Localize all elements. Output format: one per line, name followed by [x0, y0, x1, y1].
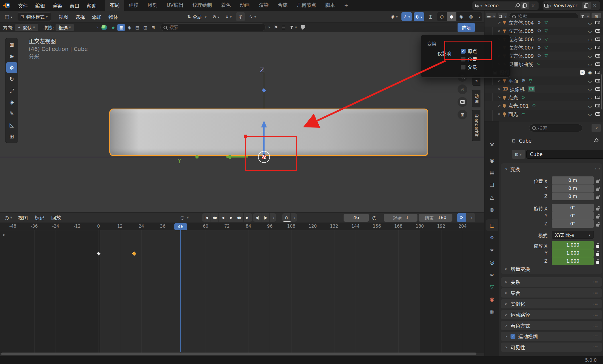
- viewport-menu-0[interactable]: 视图: [55, 12, 72, 22]
- rotate-tool[interactable]: ↻: [6, 74, 17, 84]
- grip-icon[interactable]: ∷∷: [594, 280, 598, 284]
- outliner-item-label[interactable]: 面光: [508, 110, 518, 117]
- transform-value-field[interactable]: 1.000: [552, 249, 594, 257]
- properties-options-button[interactable]: ∨: [592, 124, 601, 132]
- direction-dropdown[interactable]: ⌖ 默认∨: [15, 24, 38, 31]
- rotation-mode-dropdown[interactable]: XYZ 欧拉∨: [552, 231, 594, 239]
- workspace-tab-0[interactable]: 布局: [105, 0, 124, 11]
- outliner-item-label[interactable]: 立方体.007: [509, 44, 534, 51]
- blenderkit-type-icon-1[interactable]: ▦: [117, 24, 125, 31]
- properties-tab-render[interactable]: ◉: [486, 154, 498, 166]
- auto-keying-icon[interactable]: ∩: [282, 213, 291, 222]
- timeline-menu-1[interactable]: 标记: [31, 213, 48, 222]
- proportional-falloff-dropdown[interactable]: ∿∨: [247, 12, 258, 21]
- new-scene-button[interactable]: [521, 2, 529, 9]
- object-name-field[interactable]: [526, 150, 603, 159]
- xray-toggle[interactable]: ◫: [426, 12, 435, 21]
- blenderkit-type-icon-4[interactable]: ◫: [141, 24, 149, 31]
- expand-icon[interactable]: >: [498, 95, 503, 99]
- outliner-item-label[interactable]: 立方体.009: [509, 52, 534, 59]
- properties-tab-physics[interactable]: ◎: [486, 256, 498, 268]
- eye-closed-icon[interactable]: ◡: [588, 78, 592, 83]
- eye-closed-icon[interactable]: ◡: [588, 111, 592, 117]
- playhead-frame-tag[interactable]: 46: [174, 223, 187, 230]
- camera-view-icon[interactable]: [458, 97, 467, 107]
- checkbox-unchecked[interactable]: [461, 65, 466, 70]
- lock-open-icon[interactable]: [596, 187, 599, 192]
- proportional-editing-toggle[interactable]: ◎: [236, 12, 245, 21]
- blenderkit-type-icon-5[interactable]: ⊞: [149, 24, 157, 31]
- section-0[interactable]: >关系∷∷: [501, 277, 602, 287]
- eye-closed-icon[interactable]: ◡: [588, 45, 592, 50]
- render-visibility-icon[interactable]: [595, 21, 600, 24]
- workspace-tab-10[interactable]: 脚本: [321, 0, 340, 11]
- move-tool[interactable]: ↔↕: [6, 62, 17, 73]
- render-visibility-icon[interactable]: [595, 54, 600, 58]
- grip-icon[interactable]: ∷∷: [594, 291, 598, 295]
- outliner-item-label[interactable]: 立方体.004: [509, 19, 534, 26]
- prev-frame-button[interactable]: ◀|: [253, 213, 261, 222]
- transform-value-field[interactable]: 0 m: [552, 192, 594, 200]
- eye-closed-icon[interactable]: ◡: [588, 20, 592, 25]
- properties-tab-tool[interactable]: ⚒: [486, 139, 498, 150]
- section-3[interactable]: >运动路径∷∷: [501, 310, 602, 319]
- workspace-tab-1[interactable]: 建模: [124, 0, 143, 11]
- grip-icon[interactable]: ∷∷: [594, 345, 598, 349]
- properties-tab-constraints[interactable]: ∞: [486, 269, 498, 280]
- section-1[interactable]: >集合∷∷: [501, 288, 602, 298]
- workspace-tab-3[interactable]: UV编辑: [162, 0, 188, 11]
- viewport-menu-2[interactable]: 添加: [88, 12, 105, 22]
- viewport-menu-3[interactable]: 物体: [105, 12, 122, 22]
- playback-sync-dropdown[interactable]: ∨: [466, 213, 475, 222]
- section-delta-transform[interactable]: >增量变换: [501, 264, 602, 274]
- grip-icon[interactable]: ∷∷: [594, 335, 598, 339]
- blenderkit-search-input[interactable]: [169, 25, 263, 30]
- grip-icon[interactable]: ∷∷: [594, 313, 598, 317]
- add-cube-tool[interactable]: ⊞: [6, 131, 17, 142]
- outliner-item-label[interactable]: 摄像机: [510, 85, 525, 93]
- drag-dropdown[interactable]: 框选∨: [56, 24, 74, 31]
- gizmo-z-diamond[interactable]: [262, 88, 266, 93]
- eye-closed-icon[interactable]: ◡: [588, 86, 592, 92]
- current-frame-field[interactable]: 46: [344, 214, 369, 222]
- outliner-item-label[interactable]: 点光: [508, 94, 518, 101]
- scale-tool[interactable]: ⤢: [6, 85, 17, 96]
- blender-logo-icon[interactable]: [3, 2, 10, 9]
- properties-tab-particles[interactable]: ∗: [486, 244, 498, 255]
- prev-keyframe-button[interactable]: ◀◆: [210, 213, 219, 222]
- next-frame-button[interactable]: |▶: [261, 213, 270, 222]
- outliner-scrollbar[interactable]: [601, 74, 602, 109]
- transform-tool[interactable]: ◈: [6, 97, 17, 107]
- play-reverse-button[interactable]: ◀: [219, 213, 227, 222]
- workspace-tab-6[interactable]: 动画: [235, 0, 254, 11]
- shading-material-button[interactable]: ◉: [456, 12, 466, 21]
- frame-step-dropdown[interactable]: ∨: [270, 213, 276, 222]
- eye-closed-icon[interactable]: ◡: [588, 37, 592, 42]
- eye-open-icon[interactable]: ◉: [588, 70, 592, 75]
- frame-end-field[interactable]: 结束180: [419, 214, 452, 222]
- lock-open-icon[interactable]: [596, 214, 599, 220]
- outliner-row[interactable]: >点光.001⊙◡: [484, 101, 603, 110]
- blenderkit-asset-ball-icon[interactable]: [101, 25, 107, 30]
- render-visibility-icon[interactable]: [595, 29, 600, 33]
- gizmo-z-arrowhead[interactable]: [261, 121, 267, 127]
- lock-open-icon[interactable]: [596, 222, 599, 228]
- keyframe-selected[interactable]: [132, 251, 137, 256]
- sidebar-tab-blenderkit[interactable]: BlenderKit: [472, 110, 480, 141]
- properties-tab-object[interactable]: ▢: [486, 219, 498, 231]
- pan-hand-icon[interactable]: ☝: [458, 84, 467, 94]
- viewport-menu-1[interactable]: 选择: [72, 12, 88, 22]
- blenderkit-type-icon-0[interactable]: ◆: [109, 24, 117, 31]
- render-visibility-icon[interactable]: [595, 96, 600, 99]
- properties-tab-modifiers[interactable]: ⚙: [486, 232, 498, 243]
- viewport-3d[interactable]: 正交左视图 (46) Collection | Cube 分米 Z Y ⊠⊕↔↕…: [0, 32, 484, 212]
- render-visibility-icon[interactable]: [595, 38, 600, 41]
- gizmo-y-arrowhead[interactable]: [225, 155, 231, 159]
- outliner-row[interactable]: >▼立方体.005⚙▽◡: [484, 27, 603, 35]
- transform-value-field[interactable]: 1.000: [552, 241, 594, 249]
- blenderkit-search[interactable]: [160, 23, 266, 31]
- transform-orientation-dropdown[interactable]: ⇅ 全局∨: [186, 12, 209, 21]
- timeline-ruler[interactable]: -48-36-24-120122436486072849610812013214…: [0, 223, 484, 230]
- properties-tab-world[interactable]: ◍: [486, 204, 498, 215]
- chevron-down-icon[interactable]: ∨: [268, 25, 270, 29]
